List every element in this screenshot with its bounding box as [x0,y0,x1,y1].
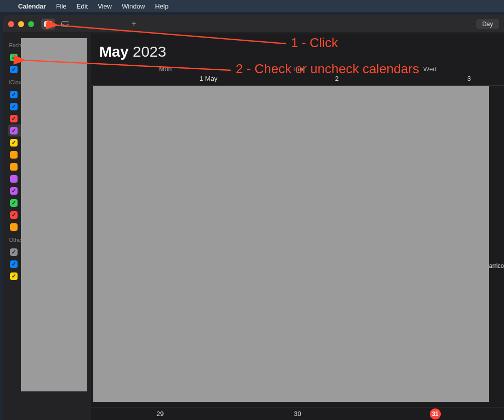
add-event-button[interactable]: ＋ [127,19,140,30]
redaction-overlay [93,86,489,402]
calendar-checkbox[interactable] [10,66,18,73]
svg-rect-2 [62,21,69,27]
event-fragment: arrico [489,262,504,269]
menu-view[interactable]: View [98,3,112,10]
annotation-1: 1 - Click [291,35,338,51]
plus-icon: ＋ [130,19,138,29]
weekday-mon: Mon [99,65,232,73]
calendar-checkbox[interactable] [10,223,18,231]
calendar-checkbox[interactable] [10,127,18,134]
calendar-checkbox[interactable] [10,199,18,207]
macos-menu-bar: Calendar File Edit View Window Help [0,0,504,12]
app-menu[interactable]: Calendar [18,3,46,10]
inbox-button[interactable] [58,19,72,30]
minimize-window-button[interactable] [18,21,24,27]
today-badge: 31 [430,408,441,419]
close-window-button[interactable] [8,21,14,27]
calendar-checkbox[interactable] [10,163,18,171]
menu-window[interactable]: Window [122,3,145,10]
calendar-checkbox[interactable] [10,272,18,280]
toggle-sidebar-button[interactable] [41,19,55,30]
calendar-checkbox[interactable] [10,187,18,195]
calendar-checkbox[interactable] [10,91,18,98]
calendar-checkbox[interactable] [10,175,18,183]
menu-edit[interactable]: Edit [77,3,88,10]
sidebar-icon [44,21,52,27]
date-cell[interactable]: 30 [229,410,366,417]
calendars-sidebar: ExchangeiCloudOther [3,33,91,420]
date-row-last: 29 30 31 [91,407,504,420]
fullscreen-window-button[interactable] [28,21,34,27]
calendar-checkbox[interactable] [10,103,18,110]
calendar-checkbox[interactable] [10,139,18,147]
window-titlebar: ＋ Day [3,15,504,33]
svg-rect-1 [45,21,47,27]
annotation-2: 2 - Check or uncheck calendars [236,61,419,77]
calendar-checkbox[interactable] [10,151,18,159]
calendar-checkbox[interactable] [10,54,18,61]
date-cell-today[interactable]: 31 [367,408,504,419]
date-cell[interactable]: 1 May [99,75,232,82]
date-cell[interactable]: 29 [91,410,229,417]
menu-help[interactable]: Help [155,3,169,10]
menu-file[interactable]: File [56,3,67,10]
calendar-checkbox[interactable] [10,115,18,122]
month-grid[interactable]: arrico [91,86,504,407]
calendar-checkbox[interactable] [10,260,18,268]
calendar-main: May 2023 Mon Tue Wed 1 May 2 3 arrico 29… [91,33,504,420]
redaction-overlay [21,38,87,391]
calendar-checkbox[interactable] [10,248,18,256]
tray-icon [61,21,69,27]
view-day-button[interactable]: Day [476,19,499,29]
calendar-checkbox[interactable] [10,211,18,219]
traffic-lights [8,21,34,27]
